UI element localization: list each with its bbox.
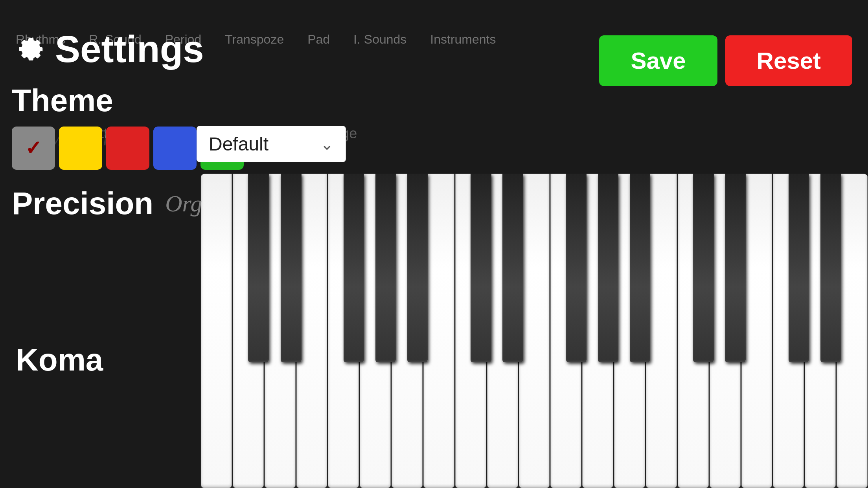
org-label: Org [165, 190, 202, 217]
white-key-12[interactable] [550, 174, 581, 488]
precision-row: Precision Org [12, 185, 248, 222]
piano-keyboard [200, 174, 868, 488]
white-key-5[interactable] [328, 174, 359, 488]
white-key-17[interactable] [710, 174, 741, 488]
settings-title: Settings [55, 28, 204, 71]
white-key-15[interactable] [646, 174, 677, 488]
settings-header: Settings [12, 28, 248, 71]
i-sounds-label: I. Sounds [353, 32, 406, 47]
swatch-red[interactable] [106, 127, 149, 170]
theme-label: Theme [12, 83, 248, 119]
reset-button[interactable]: Reset [725, 35, 852, 86]
pad-label: Pad [307, 32, 330, 47]
instruments-label: Instruments [430, 32, 496, 47]
white-key-3[interactable] [265, 174, 296, 488]
action-buttons: Save Reset [599, 35, 852, 86]
white-key-10[interactable] [487, 174, 518, 488]
white-key-16[interactable] [678, 174, 709, 488]
white-key-20[interactable] [805, 174, 836, 488]
swatch-gray[interactable]: ✓ [12, 127, 55, 170]
koma-label: Koma [16, 342, 103, 378]
white-key-7[interactable] [392, 174, 423, 488]
white-key-18[interactable] [741, 174, 772, 488]
gear-icon [12, 31, 47, 67]
swatch-blue[interactable] [153, 127, 197, 170]
white-key-19[interactable] [773, 174, 804, 488]
white-key-6[interactable] [360, 174, 391, 488]
white-key-8[interactable] [423, 174, 454, 488]
precision-label: Precision [12, 185, 153, 222]
chevron-down-icon: ⌄ [320, 135, 334, 153]
check-mark: ✓ [25, 137, 42, 160]
save-button[interactable]: Save [599, 35, 717, 86]
white-key-9[interactable] [455, 174, 486, 488]
precision-dropdown[interactable]: Default ⌄ [197, 126, 346, 162]
white-key-21[interactable] [837, 174, 868, 488]
white-key-4[interactable] [296, 174, 327, 488]
swatch-yellow[interactable] [59, 127, 102, 170]
white-keys [200, 174, 868, 488]
dropdown-container: Default ⌄ [197, 126, 346, 162]
white-key-11[interactable] [519, 174, 550, 488]
white-key-14[interactable] [614, 174, 645, 488]
white-key-13[interactable] [582, 174, 613, 488]
piano-wrapper [200, 174, 868, 488]
dropdown-selected: Default [209, 133, 268, 155]
